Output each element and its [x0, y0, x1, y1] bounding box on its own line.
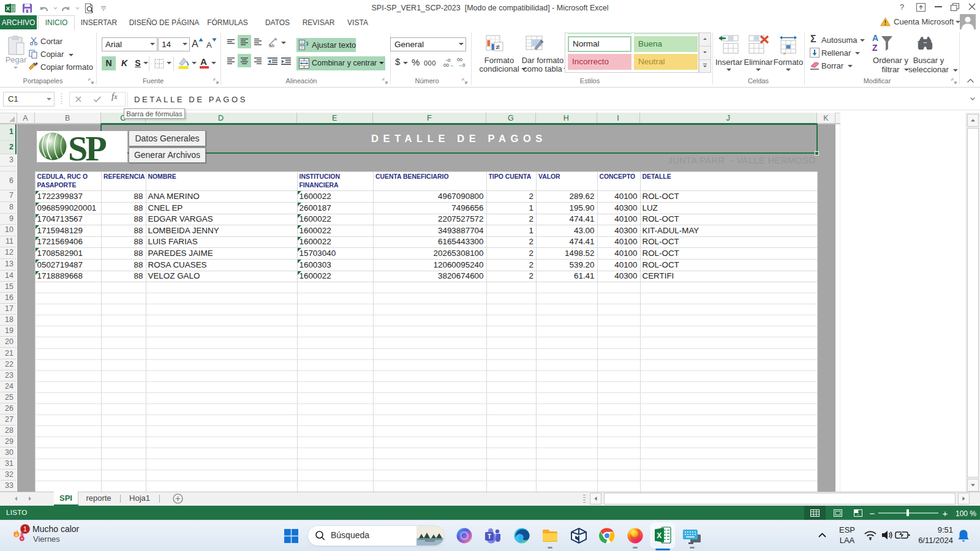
svg-text:→: → — [450, 62, 454, 68]
svg-text:T: T — [488, 533, 491, 540]
svg-text:≠: ≠ — [496, 43, 500, 51]
svg-text:ab: ab — [269, 43, 274, 48]
svg-text:X: X — [657, 531, 662, 540]
svg-text:SP: SP — [68, 131, 106, 162]
svg-text:1: 1 — [23, 525, 27, 533]
svg-text:00: 00 — [443, 62, 449, 68]
svg-text:0: 0 — [462, 62, 466, 68]
